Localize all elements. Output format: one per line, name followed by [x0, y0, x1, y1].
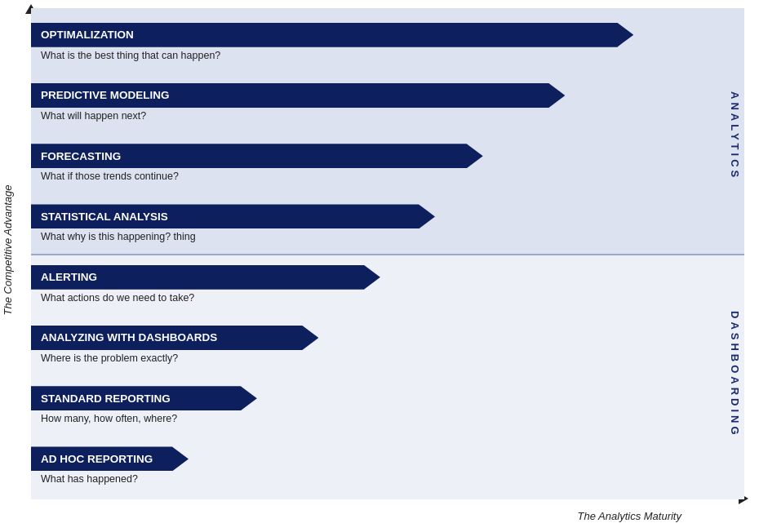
x-axis-label: The Analytics Maturity: [578, 510, 681, 522]
row-optimalization: OPTIMALIZATION What is the best thing th…: [31, 11, 716, 72]
row-standard-reporting: STANDARD REPORTING How many, how often, …: [31, 375, 716, 436]
subtitle-optimalization: What is the best thing that can happen?: [31, 47, 716, 61]
arrow-statistical-analysis: STATISTICAL ANALYSIS: [31, 204, 435, 228]
row-ad-hoc-reporting: AD HOC REPORTING What has happened?: [31, 436, 716, 496]
subtitle-analyzing-with-dashboards: Where is the problem exactly?: [31, 350, 716, 364]
section-divider: [31, 254, 744, 255]
row-analyzing-with-dashboards: ANALYZING WITH DASHBOARDS Where is the p…: [31, 314, 716, 375]
subtitle-alerting: What actions do we need to take?: [31, 290, 716, 304]
chart-area: ANALYTICS DASHBOARDING OPTIMALIZATION Wh…: [31, 8, 744, 499]
arrow-standard-reporting: STANDARD REPORTING: [31, 386, 257, 410]
arrow-alerting: ALERTING: [31, 265, 380, 290]
arrow-optimalization: OPTIMALIZATION: [31, 23, 633, 47]
subtitle-predictive-modeling: What will happen next?: [31, 108, 716, 122]
arrow-ad-hoc-reporting: AD HOC REPORTING: [31, 446, 189, 471]
subtitle-standard-reporting: How many, how often, where?: [31, 410, 716, 424]
chart-container: The Analytics Maturity ANALYTICS DASHBOA…: [0, 0, 759, 532]
subtitle-statistical-analysis: What why is this happening? thing: [31, 228, 716, 242]
subtitle-ad-hoc-reporting: What has happened?: [31, 471, 716, 485]
row-forecasting: FORECASTING What if those trends continu…: [31, 133, 716, 193]
analytics-right-label: ANALYTICS: [729, 18, 741, 254]
arrow-analyzing-with-dashboards: ANALYZING WITH DASHBOARDS: [31, 326, 318, 350]
arrow-forecasting: FORECASTING: [31, 144, 483, 168]
row-statistical-analysis: STATISTICAL ANALYSIS What why is this ha…: [31, 193, 716, 254]
arrow-predictive-modeling: PREDICTIVE MODELING: [31, 83, 565, 108]
row-alerting: ALERTING What actions do we need to take…: [31, 254, 716, 314]
dashboarding-right-label: DASHBOARDING: [729, 259, 741, 490]
subtitle-forecasting: What if those trends continue?: [31, 168, 716, 182]
row-predictive-modeling: PREDICTIVE MODELING What will happen nex…: [31, 72, 716, 132]
y-axis-label: The Competitive Advantage: [0, 0, 16, 499]
